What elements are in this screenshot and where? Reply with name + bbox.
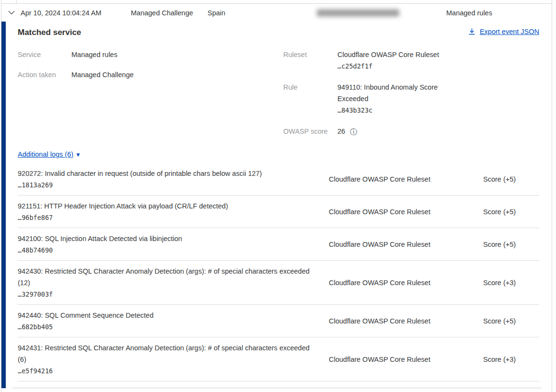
rule-field: Rule 949110: Inbound Anomaly Score Excee… — [283, 81, 539, 116]
rule-label: Rule — [283, 81, 337, 116]
export-event-json-link[interactable]: Export event JSON — [480, 28, 539, 35]
download-icon — [468, 28, 475, 35]
collapse-row-button[interactable] — [6, 8, 17, 18]
owasp-score-label: OWASP score — [283, 126, 337, 137]
firewall-events-table: Apr 10, 2024 10:04:24 AM Managed Challen… — [1, 0, 552, 392]
log-ruleset: Cloudflare OWASP Core Ruleset — [329, 315, 483, 327]
event-row-summary[interactable]: Apr 10, 2024 10:04:24 AM Managed Challen… — [1, 4, 552, 22]
log-ruleset: Cloudflare OWASP Core Ruleset — [329, 206, 483, 218]
log-score: Score (+5) — [483, 315, 539, 327]
info-icon[interactable]: ⓘ — [350, 128, 357, 135]
service-label: Service — [18, 49, 71, 60]
log-rule-hash: …48b74690 — [18, 244, 329, 256]
event-service: Managed rules — [446, 9, 492, 17]
ruleset-field: Ruleset Cloudflare OWASP Core Ruleset …c… — [283, 49, 539, 72]
log-rule-hash: …96bfe867 — [18, 212, 329, 223]
log-score: Score (+3) — [483, 277, 539, 288]
log-score: Score (+5) — [483, 206, 539, 218]
log-description: 921151: HTTP Header Injection Attack via… — [18, 200, 319, 212]
action-taken-field: Action taken Managed Challenge — [18, 69, 283, 81]
log-description: 942440: SQL Comment Sequence Detected — [18, 310, 319, 321]
log-ruleset: Cloudflare OWASP Core Ruleset — [329, 277, 483, 288]
log-description: 942431: Restricted SQL Character Anomaly… — [18, 342, 319, 365]
log-rule-hash: …682bb405 — [18, 321, 329, 333]
chevron-down-icon — [8, 11, 15, 15]
log-score: Score (+5) — [483, 239, 539, 250]
column-divider — [16, 0, 17, 4]
log-ruleset: Cloudflare OWASP Core Ruleset — [329, 173, 483, 185]
action-taken-value: Managed Challenge — [71, 69, 134, 81]
previous-row-edge — [1, 0, 552, 4]
log-row: 942100: SQL Injection Attack Detected vi… — [18, 228, 539, 261]
event-detail-content: Matched service Export event JSON Servic… — [12, 28, 542, 388]
event-action: Managed Challenge — [131, 9, 193, 17]
owasp-score-value: 26 — [337, 126, 345, 137]
log-rule-hash: …1813a269 — [18, 179, 329, 191]
log-row: 942430: Restricted SQL Character Anomaly… — [18, 261, 539, 305]
event-timestamp: Apr 10, 2024 10:04:24 AM — [21, 9, 102, 17]
event-detail-panel: Matched service Export event JSON Servic… — [1, 22, 552, 388]
rule-value: 949110: Inbound Anomaly Score Exceeded …… — [337, 81, 452, 116]
event-country: Spain — [208, 9, 225, 17]
caret-down-icon[interactable]: ▼ — [75, 149, 81, 161]
action-taken-label: Action taken — [18, 69, 71, 81]
log-row: 920272: Invalid character in request (ou… — [18, 163, 539, 196]
log-description: 942100: SQL Injection Attack Detected vi… — [18, 233, 319, 244]
log-row: 942440: SQL Comment Sequence Detected …6… — [18, 305, 539, 337]
ruleset-value: Cloudflare OWASP Core Ruleset …c25d2f1f — [337, 49, 439, 72]
log-ruleset: Cloudflare OWASP Core Ruleset — [329, 354, 483, 365]
service-field: Service Managed rules — [18, 49, 283, 60]
ruleset-label: Ruleset — [283, 49, 337, 72]
ruleset-id-hash: …c25d2f1f — [337, 60, 439, 72]
log-row: 921151: HTTP Header Injection Attack via… — [18, 196, 539, 228]
rule-name: 949110: Inbound Anomaly Score Exceeded — [337, 83, 438, 103]
log-score: Score (+3) — [483, 354, 539, 365]
log-description: 920272: Invalid character in request (ou… — [18, 168, 319, 179]
log-description: 942430: Restricted SQL Character Anomaly… — [18, 265, 319, 288]
log-row: 942431: Restricted SQL Character Anomaly… — [18, 337, 539, 381]
additional-logs-toggle[interactable]: Additional logs (6) — [18, 149, 73, 160]
log-ruleset: Cloudflare OWASP Core Ruleset — [329, 239, 483, 250]
service-value: Managed rules — [71, 49, 117, 60]
owasp-score-field: OWASP score 26 ⓘ — [283, 126, 539, 137]
log-rule-hash: …e5f94216 — [18, 365, 329, 377]
rule-id-hash: …843b323c — [337, 104, 452, 116]
additional-logs-list: 920272: Invalid character in request (ou… — [18, 163, 539, 381]
log-rule-hash: …3297003f — [18, 288, 329, 300]
ruleset-name: Cloudflare OWASP Core Ruleset — [337, 51, 439, 58]
log-score: Score (+5) — [483, 173, 539, 185]
redacted-host-value — [317, 9, 399, 16]
matched-service-title: Matched service — [18, 28, 81, 37]
